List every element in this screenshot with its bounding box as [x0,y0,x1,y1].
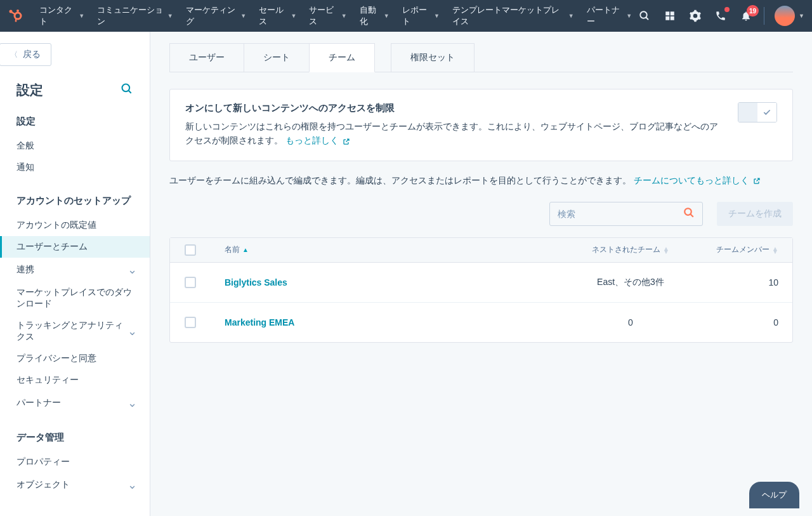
chevron-down-icon: ▼ [341,13,347,19]
svg-point-1 [16,10,19,12]
sidebar-item[interactable]: プロパティー [0,451,150,473]
svg-rect-11 [671,17,674,20]
top-navigation: コンタクト▼コミュニケーション▼マーケティング▼セールス▼サービス▼自動化▼レポ… [0,0,812,32]
tabs: ユーザーシートチーム権限セット [169,43,793,72]
notification-bell-icon[interactable]: 19 [738,8,754,23]
team-search[interactable] [549,202,703,226]
learn-more-link[interactable]: もっと詳しく [285,135,350,145]
nav-item[interactable]: テンプレートマーケットプレイス▼ [447,1,579,31]
table-row: Biglytics Sales East、その他3件 10 [170,263,792,303]
teams-learn-more-link[interactable]: チームについてもっと詳しく [634,175,761,185]
select-all-checkbox[interactable] [185,244,196,256]
team-name-link[interactable]: Biglytics Sales [211,277,564,288]
nav-item[interactable]: パートナー▼ [582,1,637,31]
svg-rect-10 [665,17,669,20]
notification-count: 19 [747,5,759,17]
settings-icon[interactable] [688,8,703,23]
chevron-down-icon: ▼ [434,13,440,19]
marketplace-icon[interactable] [662,8,678,23]
nav-item[interactable]: コミュニケーション▼ [92,1,178,31]
table-row: Marketing EMEA 0 0 [170,303,792,342]
column-header-nested[interactable]: ネストされたチーム▲▼ [564,244,697,255]
svg-point-6 [640,11,647,18]
sidebar-item[interactable]: パートナー⌄ [0,391,150,415]
chevron-down-icon: ⌄ [128,263,137,277]
sidebar-item[interactable]: ユーザーとチーム [0,236,150,258]
nav-item[interactable]: セールス▼ [254,1,301,31]
main-content: ユーザーシートチーム権限セット オンにして新しいコンテンツへのアクセスを制限 新… [150,32,812,516]
column-header-members[interactable]: チームメンバー▲▼ [697,244,792,255]
teams-description: ユーザーをチームに組み込んで編成できます。編成は、アクセスまたはレポートを目的と… [169,175,793,187]
create-team-button[interactable]: チームを作成 [717,202,793,226]
chevron-down-icon: ▼ [626,13,632,19]
team-members-value: 10 [697,277,792,288]
notice-description: 新しいコンテンツはこれらの権限を持つユーザーとチームが表示できます。これにより、… [185,119,725,148]
account-menu[interactable]: ▼ [775,6,804,26]
svg-rect-9 [671,11,674,15]
nested-teams-value: East、その他3件 [564,277,697,288]
sidebar-item[interactable]: 通知 [0,157,150,178]
nav-item[interactable]: コンタクト▼ [34,1,89,31]
tab[interactable]: チーム [309,43,375,72]
chevron-down-icon: ▼ [240,13,246,19]
sidebar-item[interactable]: 全般 [0,135,150,157]
svg-rect-8 [665,11,669,15]
row-checkbox[interactable] [185,277,196,288]
search-icon[interactable] [637,8,652,23]
hubspot-logo[interactable] [8,6,27,25]
sort-ascending-icon: ▲ [242,246,249,253]
nav-item[interactable]: 自動化▼ [355,1,395,31]
phone-icon[interactable] [713,8,728,23]
divider [764,7,764,25]
chevron-down-icon: ▼ [799,13,804,19]
search-icon[interactable] [683,207,695,220]
chevron-left-icon: 〈 [10,50,18,60]
sidebar-item[interactable]: プライバシーと同意 [0,348,150,369]
nested-teams-value: 0 [564,317,697,327]
row-checkbox[interactable] [185,317,196,328]
help-button[interactable]: ヘルプ [749,482,799,508]
tab[interactable]: ユーザー [169,43,244,72]
nav-item[interactable]: レポート▼ [397,1,445,31]
chevron-down-icon: ⌄ [128,478,137,492]
toggle-on-button[interactable] [757,103,776,122]
sidebar-item[interactable]: アカウントの既定値 [0,215,150,236]
notice-title: オンにして新しいコンテンツへのアクセスを制限 [185,102,725,114]
sidebar-item[interactable]: トラッキングとアナリティクス⌄ [0,315,150,348]
svg-line-13 [129,90,131,93]
chevron-down-icon: ▼ [384,13,390,19]
sort-icon: ▲▼ [663,247,669,253]
column-header-name[interactable]: 名前▲ [211,244,564,255]
access-toggle[interactable] [738,102,777,122]
sidebar-item[interactable]: オブジェクト⌄ [0,473,150,497]
svg-line-3 [11,12,16,15]
back-button[interactable]: 〈 戻る [0,43,51,66]
svg-line-7 [646,17,648,20]
chevron-down-icon: ⌄ [128,324,137,338]
access-restriction-notice: オンにして新しいコンテンツへのアクセスを制限 新しいコンテンツはこれらの権限を持… [169,89,793,161]
nav-item[interactable]: マーケティング▼ [181,1,251,31]
tab[interactable]: シート [244,43,310,72]
search-input[interactable] [558,202,683,225]
sort-icon: ▲▼ [772,247,778,253]
avatar [775,6,795,26]
chevron-down-icon: ▼ [79,13,84,19]
team-name-link[interactable]: Marketing EMEA [211,317,564,327]
svg-point-14 [684,209,691,216]
svg-line-15 [690,215,693,218]
nav-item[interactable]: サービス▼ [304,1,351,31]
chevron-down-icon: ⌄ [128,396,137,410]
sidebar-item[interactable]: セキュリティー [0,369,150,391]
chevron-down-icon: ▼ [568,13,574,19]
team-members-value: 0 [697,317,792,327]
page-title: 設定 [0,66,150,104]
chevron-down-icon: ▼ [291,13,296,19]
sidebar-item[interactable]: 連携⌄ [0,258,150,282]
sidebar-section-heading: データ管理 [0,432,150,451]
toggle-off-button[interactable] [738,103,757,122]
sidebar-search-icon[interactable] [121,83,133,98]
sidebar-item[interactable]: マーケットプレイスでのダウンロード [0,282,150,315]
teams-table: 名前▲ ネストされたチーム▲▼ チームメンバー▲▼ Biglytics Sale… [169,237,793,343]
tab[interactable]: 権限セット [391,43,475,72]
settings-sidebar: 〈 戻る 設定 設定全般通知アカウントのセットアップアカウントの既定値ユーザーと… [0,32,150,516]
